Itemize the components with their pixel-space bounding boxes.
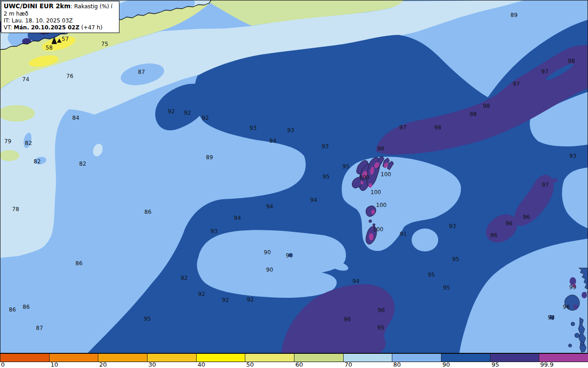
shetland-islet [571,322,575,326]
region-humidity-100-patch [368,183,372,188]
region-humidity-60-70-blob [0,150,19,161]
region-humidity-95-99-patch [573,304,578,310]
colorbar-tick-label: 50 [246,362,254,368]
region-humidity-95-99-patch [582,292,587,298]
colorbar-segment [196,354,245,362]
shetland-islet [569,344,572,347]
model-name: UWC/DINI EUR 2km [4,2,71,10]
init-time: IT: Lau. 18. 10. 2025 03Z [4,17,117,24]
colorbar-ticks: 01020304050607080909599.9 [0,362,588,368]
colorbar-segment [294,354,343,362]
colorbar-tick-label: 90 [442,362,450,368]
region-humidity-80-90-blob [412,229,438,251]
shetland-islet [580,342,584,346]
colorbar-segment [245,354,294,362]
colorbar-segment [343,354,392,362]
colorbar-tick-label: 60 [295,362,303,368]
weather-map-page: { "title_box": { "line1_bold": "UWC/DINI… [0,0,588,368]
shetland-islet [575,333,579,338]
colorbar-tick-label: 20 [99,362,107,368]
region-humidity-100-patch [573,284,576,288]
humidity-colorbar: 01020304050607080909599.9 [0,353,588,368]
model-title: UWC/DINI EUR 2km: Rakastig (%) í 2 m hæð [4,2,117,17]
colorbar-tick-label: 95 [492,362,499,368]
title-box: UWC/DINI EUR 2km: Rakastig (%) í 2 m hæð… [1,1,119,33]
colorbar-segment [98,354,147,362]
colorbar-strip [0,353,588,362]
region-humidity-90-95-dot [288,253,292,257]
colorbar-segment [147,354,196,362]
region-humidity-100-patch [369,233,373,240]
colorbar-tick-label: 0 [1,362,5,368]
colorbar-tick-label: 70 [345,362,352,368]
region-humidity-95-99-dot [553,178,557,183]
colorbar-tick-label: 30 [148,362,156,368]
colorbar-segment [0,354,49,362]
colorbar-tick-label: 40 [198,362,205,368]
humidity-map: 9559575875877674847982828278869292929393… [0,0,588,353]
humidity-map-canvas [0,0,588,353]
region-humidity-100-patch [371,210,375,214]
colorbar-segment [539,354,588,362]
region-humidity-80-90-hole [197,230,346,298]
region-humidity-100-patch [361,181,363,184]
colorbar-segment [392,354,441,362]
faroe-islet [369,220,372,223]
colorbar-tick-label: 80 [393,362,401,368]
colorbar-segment [49,354,98,362]
colorbar-segment [441,354,490,362]
valid-time: VT: Mán. 20.10.2025 02Z (+47 h) [4,24,117,31]
colorbar-tick-label: 10 [51,362,58,368]
region-humidity-95-99-patch [570,277,576,285]
faroe-islet [373,224,375,226]
colorbar-segment [490,354,539,362]
colorbar-tick-label: 99.9 [540,362,554,368]
